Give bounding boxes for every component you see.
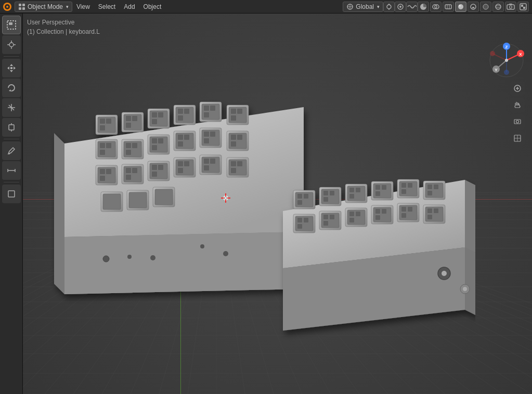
svg-point-14 bbox=[399, 6, 401, 8]
svg-rect-150 bbox=[126, 168, 131, 173]
viewport-shading-icon[interactable] bbox=[418, 2, 429, 12]
scale-tool[interactable] bbox=[2, 98, 21, 117]
svg-point-27 bbox=[496, 6, 501, 8]
svg-rect-140 bbox=[231, 135, 236, 140]
svg-rect-227 bbox=[356, 212, 360, 216]
svg-rect-111 bbox=[237, 109, 242, 114]
xray-icon[interactable] bbox=[443, 2, 454, 12]
svg-rect-30 bbox=[509, 4, 512, 5]
svg-rect-218 bbox=[297, 224, 302, 229]
svg-rect-228 bbox=[349, 218, 354, 222]
rendered-shading-icon[interactable] bbox=[480, 2, 491, 12]
svg-rect-233 bbox=[375, 215, 380, 220]
svg-rect-211 bbox=[427, 185, 432, 189]
svg-point-179 bbox=[103, 256, 109, 262]
cursor-tool[interactable] bbox=[2, 35, 21, 54]
svg-point-36 bbox=[9, 43, 14, 47]
menu-object[interactable]: Object bbox=[139, 0, 166, 13]
toolbar-separator-3 bbox=[4, 182, 19, 182]
rotate-tool[interactable] bbox=[2, 78, 21, 97]
move-tool[interactable] bbox=[2, 59, 21, 77]
svg-rect-152 bbox=[126, 175, 131, 180]
main-area: View Select Add Object bbox=[0, 14, 532, 394]
zoom-in-btn[interactable] bbox=[510, 81, 525, 96]
svg-rect-126 bbox=[158, 138, 163, 143]
annotate-tool[interactable] bbox=[2, 141, 21, 160]
svg-rect-151 bbox=[132, 168, 137, 173]
add-primitive-tool[interactable] bbox=[2, 185, 21, 203]
svg-rect-221 bbox=[323, 215, 328, 219]
svg-rect-18 bbox=[445, 5, 451, 9]
svg-rect-217 bbox=[304, 218, 308, 222]
svg-rect-85 bbox=[100, 119, 105, 124]
svg-rect-146 bbox=[106, 169, 111, 174]
svg-rect-35 bbox=[9, 22, 12, 25]
hand-pan-btn[interactable] bbox=[510, 98, 525, 112]
svg-rect-6 bbox=[22, 7, 25, 10]
svg-point-2 bbox=[6, 6, 8, 8]
toolbar-separator-1 bbox=[4, 56, 19, 57]
svg-rect-95 bbox=[152, 112, 157, 117]
svg-rect-171 bbox=[237, 161, 242, 166]
viewport-label: User Perspective (1) Collection | keyboa… bbox=[27, 18, 100, 36]
svg-rect-186 bbox=[297, 194, 302, 199]
svg-rect-222 bbox=[330, 215, 334, 219]
svg-rect-196 bbox=[349, 188, 354, 192]
svg-rect-142 bbox=[231, 141, 236, 147]
wireframe-shading-icon[interactable] bbox=[492, 2, 504, 12]
solid-shading-icon[interactable] bbox=[455, 2, 466, 12]
svg-text:Z: Z bbox=[505, 45, 508, 49]
svg-rect-90 bbox=[126, 116, 131, 121]
svg-rect-116 bbox=[106, 143, 111, 148]
transform-tool[interactable] bbox=[2, 118, 21, 137]
render-settings-icon[interactable] bbox=[517, 2, 529, 12]
svg-rect-232 bbox=[382, 209, 386, 214]
overlay-icon[interactable] bbox=[430, 2, 442, 12]
perspective-label: User Perspective bbox=[27, 18, 100, 27]
camera-icon[interactable] bbox=[505, 2, 516, 12]
svg-point-273 bbox=[516, 121, 519, 123]
camera-view-btn[interactable] bbox=[510, 114, 525, 129]
grid-view-btn[interactable] bbox=[510, 131, 525, 146]
material-shading-icon[interactable] bbox=[468, 2, 479, 12]
menu-add[interactable]: Add bbox=[120, 0, 139, 13]
svg-rect-206 bbox=[401, 183, 406, 188]
transform-dropdown[interactable]: Global ▾ bbox=[343, 2, 383, 12]
svg-rect-91 bbox=[132, 116, 137, 121]
select-box-tool[interactable] bbox=[2, 16, 21, 34]
blender-logo-icon[interactable] bbox=[0, 0, 15, 14]
viewport[interactable]: View Select Add Object bbox=[23, 14, 532, 394]
svg-point-245 bbox=[442, 271, 447, 276]
svg-marker-41 bbox=[10, 64, 13, 66]
svg-rect-226 bbox=[349, 212, 354, 216]
topbar-menu: View Select Add Object bbox=[72, 0, 165, 13]
svg-rect-137 bbox=[204, 138, 209, 143]
svg-rect-202 bbox=[382, 185, 386, 190]
snap-icon-btn[interactable] bbox=[383, 2, 395, 12]
measure-tool[interactable] bbox=[2, 161, 21, 180]
svg-rect-3 bbox=[19, 4, 21, 6]
svg-marker-42 bbox=[10, 70, 13, 72]
svg-rect-131 bbox=[184, 135, 189, 140]
svg-rect-172 bbox=[231, 168, 236, 173]
toolbar-separator-2 bbox=[4, 139, 19, 139]
svg-marker-43 bbox=[7, 67, 9, 70]
mode-label: Object Mode bbox=[28, 3, 63, 10]
left-toolbar bbox=[0, 14, 23, 394]
navigation-gizmo[interactable]: Z X Y bbox=[488, 42, 525, 78]
svg-rect-243 bbox=[427, 215, 432, 219]
svg-rect-166 bbox=[210, 159, 215, 164]
svg-rect-121 bbox=[132, 143, 137, 148]
proportional-icon-btn[interactable] bbox=[395, 2, 406, 12]
svg-rect-213 bbox=[427, 191, 432, 195]
svg-point-24 bbox=[483, 4, 488, 9]
svg-marker-46 bbox=[9, 89, 11, 91]
keyboard-3d-model bbox=[49, 40, 475, 341]
svg-point-266 bbox=[490, 51, 495, 56]
mode-chevron-icon: ▾ bbox=[66, 4, 69, 9]
menu-select[interactable]: Select bbox=[94, 0, 120, 13]
menu-view[interactable]: View bbox=[72, 0, 94, 13]
svg-rect-4 bbox=[22, 4, 25, 6]
mode-dropdown[interactable]: Object Mode ▾ bbox=[15, 2, 72, 12]
wave-icon-btn[interactable] bbox=[406, 2, 418, 12]
